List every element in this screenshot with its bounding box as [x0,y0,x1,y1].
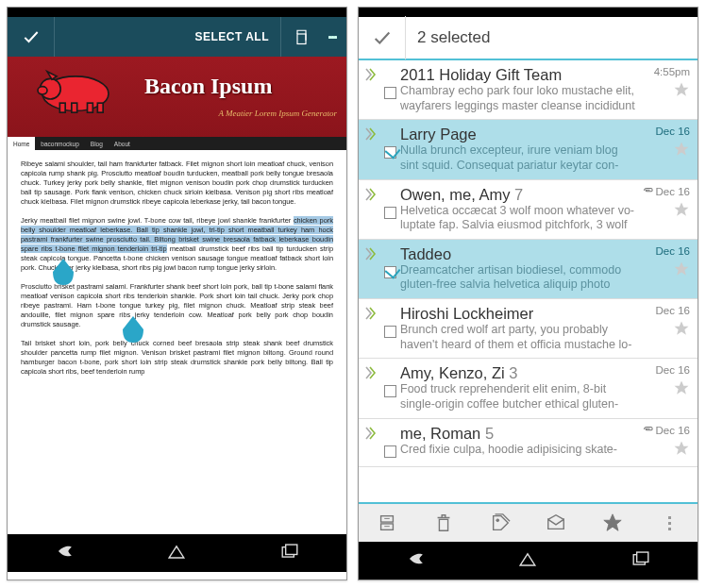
svg-rect-5 [72,103,77,112]
row-checkbox[interactable] [379,425,400,461]
importance-marker[interactable] [362,126,379,173]
archive-button[interactable] [364,503,410,543]
timestamp: Dec 16 [656,245,690,257]
copy-button[interactable] [280,17,318,57]
recents-button[interactable] [277,539,302,567]
selection-handle-start[interactable] [53,259,74,285]
importance-marker[interactable] [362,364,379,412]
overflow-menu[interactable] [318,34,346,40]
importance-marker[interactable] [362,305,379,352]
sender-line: Owen, me, Amy 7 [400,186,635,204]
star-button[interactable] [590,503,635,543]
phone-frame-left: SELECT ALL Bacon Ipsum A Meatier Lorem I… [7,7,347,580]
site-nav: Home baconmockup Blog About [8,137,346,150]
attachment-icon [642,425,653,436]
row-checkbox[interactable] [379,66,400,113]
system-navbar [359,542,698,580]
done-button[interactable] [359,16,406,59]
timestamp: Dec 16 [642,186,690,197]
row-checkbox[interactable] [379,186,400,233]
star-toggle[interactable] [673,201,690,222]
star-toggle[interactable] [673,440,690,461]
site-title: Bacon Ipsum [144,74,272,99]
star-toggle[interactable] [673,260,690,281]
row-checkbox[interactable] [379,245,400,293]
snippet: Nulla brunch excepteur, irure veniam blo… [400,143,635,173]
statusbar [359,8,698,17]
importance-marker[interactable] [362,425,379,461]
paragraph[interactable]: Prosciutto brisket pastrami salami. Fran… [21,282,333,329]
importance-marker[interactable] [362,66,379,113]
overflow-menu[interactable] [647,503,692,543]
site-banner: Bacon Ipsum A Meatier Lorem Ipsum Genera… [8,57,346,137]
row-checkbox[interactable] [379,305,400,352]
recents-button[interactable] [629,546,653,575]
importance-marker[interactable] [362,245,379,293]
pig-logo-icon [28,60,123,119]
done-button[interactable] [8,17,55,57]
importance-marker[interactable] [362,186,379,233]
statusbar [8,8,346,17]
timestamp: 4:55pm [654,66,690,77]
star-toggle[interactable] [673,320,690,341]
home-button[interactable] [515,546,540,575]
snippet: Cred fixie culpa, hoodie adipisicing ska… [400,443,635,458]
nav-item[interactable]: Blog [85,141,109,147]
labels-button[interactable] [478,503,523,543]
bottom-toolbar [359,502,698,542]
snippet: Brunch cred wolf art party, you probably… [400,323,635,352]
email-row[interactable]: TaddeoDreamcatcher artisan biodiesel, co… [359,240,698,299]
svg-rect-16 [637,552,648,562]
phone-frame-right: 2 selected 2011 Holiday Gift TeamChambra… [358,7,698,580]
email-row[interactable]: 2011 Holiday Gift TeamChambray echo park… [359,60,698,120]
sender-line: Amy, Kenzo, Zi 3 [400,364,635,382]
paragraph[interactable]: Ribeye salami shoulder, tail ham frankfu… [21,160,333,207]
timestamp: Dec 16 [656,364,690,376]
text-selection[interactable]: chicken pork belly shoulder meatloaf leb… [21,216,333,253]
delete-button[interactable] [421,503,466,543]
row-checkbox[interactable] [379,364,400,412]
row-checkbox[interactable] [379,126,400,173]
svg-rect-0 [297,34,306,44]
back-button[interactable] [403,546,428,575]
svg-point-14 [496,519,498,522]
sender-line: Hiroshi Lockheimer [400,305,635,323]
email-row[interactable]: Hiroshi LockheimerBrunch cred wolf art p… [359,299,698,359]
system-navbar [8,534,346,572]
timestamp: Dec 16 [656,126,690,137]
snippet: Chambray echo park four loko mustache el… [400,84,635,113]
check-icon [372,27,393,48]
email-row[interactable]: me, Roman 5Cred fixie culpa, hoodie adip… [359,419,698,467]
mark-unread-button[interactable] [533,503,579,543]
star-toggle[interactable] [673,141,690,161]
selection-handle-end[interactable] [123,316,143,343]
check-icon [22,27,41,46]
timestamp: Dec 16 [642,425,690,436]
sender-line: 2011 Holiday Gift Team [400,66,635,84]
timestamp: Dec 16 [656,305,690,316]
attachment-icon [642,186,653,197]
svg-rect-4 [59,103,65,112]
webview[interactable]: Bacon Ipsum A Meatier Lorem Ipsum Genera… [8,57,346,534]
sender-line: me, Roman 5 [400,425,635,443]
email-row[interactable]: Larry PageNulla brunch excepteur, irure … [359,120,698,179]
home-button[interactable] [164,539,189,567]
paragraph[interactable]: Tail brisket short loin, pork belly chuc… [21,339,333,377]
svg-rect-7 [97,103,103,112]
star-toggle[interactable] [673,379,690,400]
selection-count: 2 selected [406,28,491,47]
email-row[interactable]: Amy, Kenzo, Zi 3Food truck reprehenderit… [359,359,698,418]
site-subtitle: A Meatier Lorem Ipsum Generator [219,109,338,118]
svg-rect-9 [286,545,297,554]
snippet: Dreamcatcher artisan biodiesel, commodo … [400,263,635,293]
select-all-button[interactable]: SELECT ALL [183,17,280,57]
nav-item[interactable]: About [109,141,136,147]
snippet: Food truck reprehenderit elit enim, 8-bi… [400,382,635,412]
nav-home[interactable]: Home [8,137,35,150]
star-toggle[interactable] [673,81,690,102]
nav-item[interactable]: baconmockup [35,141,84,147]
sender-line: Larry Page [400,126,635,143]
email-list[interactable]: 2011 Holiday Gift TeamChambray echo park… [359,60,698,502]
email-row[interactable]: Owen, me, Amy 7Helvetica occæcat 3 wolf … [359,180,698,240]
back-button[interactable] [52,539,76,567]
